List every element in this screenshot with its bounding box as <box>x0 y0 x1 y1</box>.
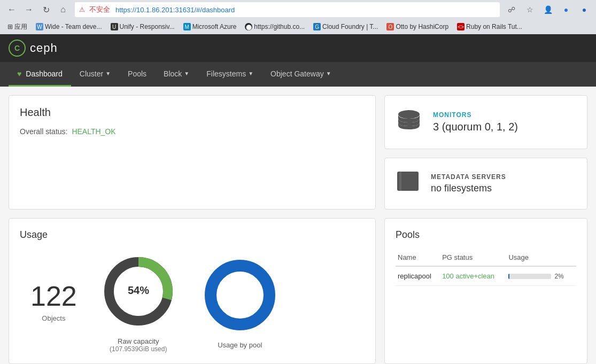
pool-usage-svg <box>200 255 280 335</box>
azure-icon: M <box>183 23 191 30</box>
address-bar[interactable]: ⚠ 不安全 https://10.1.86.201:31631/#/dashbo… <box>75 2 500 17</box>
col-header-name: Name <box>396 249 440 266</box>
bookmark-github[interactable]: ⬤ https://github.co... <box>242 22 308 32</box>
metadata-value: no filesystems <box>431 183 506 194</box>
caret-icon: ▼ <box>184 71 189 76</box>
app-navbar: C ceph <box>0 34 596 62</box>
health-title: Health <box>20 106 365 119</box>
svg-rect-3 <box>401 172 419 191</box>
metadata-label: METADATA SERVERS <box>431 173 506 181</box>
usage-card: Usage 122 Objects 54% Raw capacity (107.… <box>9 218 376 364</box>
health-status-value: HEALTH_OK <box>72 127 115 136</box>
nav-label: Dashboard <box>26 69 63 78</box>
objects-label: Objects <box>30 314 77 322</box>
nav-item-object-gateway[interactable]: Object Gateway ▼ <box>262 62 340 87</box>
bookmark-otto[interactable]: O Otto by HashiCorp <box>383 22 452 32</box>
raw-capacity-label: Raw capacity <box>98 337 179 345</box>
svg-text:54%: 54% <box>128 284 149 296</box>
bookmark-unify[interactable]: U Unify - Responsiv... <box>107 22 178 32</box>
nav-menu: ♥ Dashboard Cluster ▼ Pools Block ▼ File… <box>0 62 596 87</box>
browser-toolbar: ← → ↻ ⌂ ⚠ 不安全 https://10.1.86.201:31631/… <box>0 0 596 19</box>
objects-count: 122 Objects <box>30 282 77 322</box>
svg-point-0 <box>398 110 420 119</box>
apps-icon: ⊞ <box>7 23 13 30</box>
svg-point-8 <box>222 277 258 313</box>
bookmark-label: 应用 <box>14 22 27 32</box>
github-icon: ⬤ <box>245 23 252 30</box>
extension-button[interactable]: ● <box>559 2 574 17</box>
nav-label: Object Gateway <box>270 69 324 78</box>
monitors-info: MONITORS 3 (quorum 0, 1, 2) <box>433 111 518 133</box>
pool-pg-status: 100 active+clean <box>440 266 506 286</box>
forward-button[interactable]: → <box>21 2 36 17</box>
account-button[interactable]: 👤 <box>540 2 555 17</box>
nav-label: Block <box>164 69 182 78</box>
wide-icon: W <box>36 23 43 30</box>
ceph-logo-icon: C <box>9 40 26 57</box>
rails-icon: <> <box>457 23 465 30</box>
pools-title: Pools <box>396 229 576 241</box>
browser-action-buttons: ☍ ☆ 👤 ● ● <box>504 2 592 17</box>
bookmark-cloudfoundry[interactable]: G Cloud Foundry | T... <box>310 22 381 32</box>
browser-chrome: ← → ↻ ⌂ ⚠ 不安全 https://10.1.86.201:31631/… <box>0 0 596 34</box>
table-header-row: Name PG status Usage <box>396 249 576 266</box>
usage-charts: 122 Objects 54% Raw capacity (107.9539Gi… <box>20 251 365 353</box>
raw-capacity-donut-svg: 54% <box>98 251 179 331</box>
security-warning-icon: ⚠ <box>79 6 85 13</box>
ceph-logo: C ceph <box>9 40 58 57</box>
bookmark-button[interactable]: ☆ <box>522 2 537 17</box>
health-card: Health Overall status: HEALTH_OK <box>9 95 376 210</box>
usage-title: Usage <box>20 229 365 241</box>
pools-table: Name PG status Usage replicapool100 acti… <box>396 249 576 286</box>
pool-name: replicapool <box>396 266 440 286</box>
extension-button-2[interactable]: ● <box>577 2 592 17</box>
bookmark-label: Unify - Responsiv... <box>120 23 175 30</box>
caret-icon: ▼ <box>105 71 111 76</box>
monitors-value: 3 (quorum 0, 1, 2) <box>433 121 518 133</box>
metadata-info: METADATA SERVERS no filesystems <box>431 173 506 194</box>
translate-button[interactable]: ☍ <box>504 2 519 17</box>
bookmark-label: Wide - Team deve... <box>45 23 102 30</box>
raw-capacity-chart: 54% Raw capacity (107.9539GiB used) <box>98 251 179 353</box>
bookmark-rails[interactable]: <> Ruby on Rails Tut... <box>454 22 525 32</box>
nav-item-block[interactable]: Block ▼ <box>155 62 198 87</box>
nav-item-cluster[interactable]: Cluster ▼ <box>71 62 119 87</box>
metadata-card: METADATA SERVERS no filesystems <box>384 158 587 210</box>
nav-item-dashboard[interactable]: ♥ Dashboard <box>9 62 71 87</box>
col-header-usage: Usage <box>506 249 576 266</box>
home-button[interactable]: ⌂ <box>56 2 71 17</box>
table-row: replicapool100 active+clean2% <box>396 266 576 286</box>
bookmark-label: Microsoft Azure <box>192 23 237 30</box>
nav-item-filesystems[interactable]: Filesystems ▼ <box>198 62 262 87</box>
nav-buttons: ← → ↻ ⌂ <box>4 2 71 17</box>
right-column: MONITORS 3 (quorum 0, 1, 2) METADATA SER… <box>384 95 587 210</box>
metadata-icon <box>396 169 420 198</box>
back-button[interactable]: ← <box>4 2 19 17</box>
caret-icon: ▼ <box>248 71 253 76</box>
health-status: Overall status: HEALTH_OK <box>20 127 365 136</box>
main-content: Health Overall status: HEALTH_OK MONITOR… <box>0 87 596 364</box>
bookmark-label: Cloud Foundry | T... <box>322 23 378 30</box>
bookmark-label: Otto by HashiCorp <box>396 23 448 30</box>
monitors-label: MONITORS <box>433 111 518 119</box>
ceph-logo-text: ceph <box>30 41 58 55</box>
raw-capacity-sublabel: (107.9539GiB used) <box>98 345 179 353</box>
cloudfoundry-icon: G <box>313 23 321 30</box>
objects-number: 122 <box>30 282 77 310</box>
pool-usage-chart: Usage by pool <box>200 255 280 349</box>
reload-button[interactable]: ↻ <box>38 2 53 17</box>
security-label: 不安全 <box>89 5 110 14</box>
nav-label: Filesystems <box>206 69 246 78</box>
monitors-card: MONITORS 3 (quorum 0, 1, 2) <box>384 95 587 149</box>
nav-label: Cluster <box>80 69 103 78</box>
bookmark-azure[interactable]: M Microsoft Azure <box>180 22 240 32</box>
bookmark-label: https://github.co... <box>254 23 305 30</box>
monitors-icon <box>396 106 422 138</box>
url-display: https://10.1.86.201:31631/#/dashboard <box>115 6 235 14</box>
nav-item-pools[interactable]: Pools <box>119 62 155 87</box>
bookmark-label: Ruby on Rails Tut... <box>466 23 522 30</box>
pool-usage-label: Usage by pool <box>200 341 280 349</box>
bookmark-apps[interactable]: ⊞ 应用 <box>4 21 30 33</box>
pool-usage: 2% <box>506 266 576 286</box>
bookmark-wide[interactable]: W Wide - Team deve... <box>33 22 105 32</box>
